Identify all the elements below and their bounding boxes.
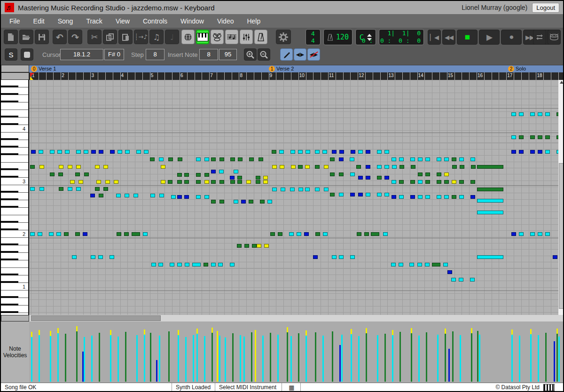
velocity-bar[interactable] bbox=[332, 331, 333, 382]
midi-note[interactable] bbox=[230, 263, 235, 267]
redo-button[interactable]: ↷ bbox=[68, 30, 82, 44]
midi-note[interactable] bbox=[204, 173, 209, 177]
midi-note[interactable] bbox=[177, 173, 182, 177]
velocity-bar[interactable] bbox=[545, 333, 547, 382]
midi-note[interactable] bbox=[298, 165, 303, 169]
grid-snap-cell[interactable]: ▦ bbox=[283, 383, 301, 392]
piano-key-white[interactable] bbox=[1, 102, 29, 110]
solo-button[interactable]: S bbox=[5, 48, 17, 61]
midi-note[interactable] bbox=[95, 165, 100, 169]
midi-note[interactable] bbox=[159, 194, 164, 197]
midi-note[interactable] bbox=[256, 176, 260, 180]
midi-note[interactable] bbox=[511, 150, 516, 154]
midi-note[interactable] bbox=[452, 195, 456, 199]
velocity-bar[interactable] bbox=[150, 333, 151, 382]
midi-note[interactable] bbox=[64, 232, 69, 236]
velocity-bar[interactable] bbox=[185, 337, 187, 382]
paste-button[interactable] bbox=[118, 30, 133, 44]
midi-note[interactable] bbox=[83, 232, 87, 236]
midi-note[interactable] bbox=[124, 232, 129, 236]
velocity-bar[interactable] bbox=[511, 334, 513, 382]
midi-note[interactable] bbox=[196, 173, 201, 177]
midi-note[interactable] bbox=[511, 232, 516, 236]
velocity-bar[interactable] bbox=[298, 333, 299, 382]
midi-note[interactable] bbox=[98, 255, 103, 259]
midi-note[interactable] bbox=[76, 187, 81, 191]
midi-note[interactable] bbox=[391, 263, 396, 267]
midi-note[interactable] bbox=[399, 263, 403, 267]
midi-note[interactable] bbox=[350, 193, 355, 196]
midi-note[interactable] bbox=[218, 263, 223, 267]
midi-note[interactable] bbox=[105, 180, 110, 184]
midi-note[interactable] bbox=[78, 180, 83, 184]
velocity-bar[interactable] bbox=[144, 334, 145, 382]
midi-note[interactable] bbox=[68, 187, 72, 191]
midi-note[interactable] bbox=[237, 244, 242, 248]
midi-note[interactable] bbox=[332, 255, 337, 259]
midi-note[interactable] bbox=[196, 157, 201, 161]
skip-to-start-button[interactable]: ▏◀ bbox=[428, 30, 441, 45]
midi-note[interactable] bbox=[125, 194, 129, 197]
midi-note[interactable] bbox=[538, 150, 542, 154]
velocity-bar[interactable] bbox=[290, 336, 292, 382]
midi-note[interactable] bbox=[444, 195, 449, 199]
midi-note[interactable] bbox=[96, 180, 101, 184]
midi-note[interactable] bbox=[323, 232, 328, 236]
velocity-bar[interactable] bbox=[251, 332, 252, 382]
midi-note[interactable] bbox=[290, 188, 295, 191]
midi-instrument-selector[interactable]: Select MIDI Instrument bbox=[216, 383, 282, 392]
velocity-bar[interactable] bbox=[339, 345, 341, 382]
midi-note[interactable] bbox=[211, 157, 216, 161]
midi-note[interactable] bbox=[538, 112, 542, 116]
velocity-bar[interactable] bbox=[243, 337, 245, 382]
midi-note[interactable] bbox=[538, 232, 542, 236]
midi-note[interactable] bbox=[30, 232, 35, 236]
midi-note[interactable] bbox=[258, 157, 263, 161]
timeline-ruler[interactable]: 123456789101112131415161718 bbox=[29, 72, 564, 80]
midi-note[interactable] bbox=[204, 195, 209, 199]
midi-note[interactable] bbox=[410, 180, 415, 184]
settings-button[interactable] bbox=[276, 30, 291, 44]
midi-note[interactable] bbox=[519, 112, 524, 116]
midi-note[interactable] bbox=[278, 232, 282, 236]
midi-note[interactable] bbox=[39, 187, 44, 191]
midi-note[interactable] bbox=[252, 244, 257, 248]
midi-note[interactable] bbox=[75, 232, 80, 236]
drum-pattern-button[interactable] bbox=[548, 30, 561, 45]
velocity-bar[interactable] bbox=[125, 332, 126, 382]
velocity-bar[interactable] bbox=[322, 336, 324, 382]
midi-note[interactable] bbox=[460, 165, 464, 169]
velocity-bar[interactable] bbox=[219, 336, 220, 382]
midi-note[interactable] bbox=[530, 135, 535, 139]
undo-button[interactable]: ↶ bbox=[53, 30, 67, 44]
midi-note[interactable] bbox=[425, 172, 430, 176]
velocity-bar[interactable] bbox=[57, 333, 59, 382]
midi-note[interactable] bbox=[477, 211, 503, 214]
midi-note[interactable] bbox=[56, 232, 61, 236]
midi-note[interactable] bbox=[358, 193, 363, 196]
midi-note[interactable] bbox=[315, 188, 320, 191]
metronome-view-button[interactable] bbox=[254, 30, 267, 44]
velocity-bar[interactable] bbox=[204, 336, 205, 382]
world-view-button[interactable] bbox=[181, 30, 195, 44]
midi-note[interactable] bbox=[117, 232, 121, 236]
midi-note[interactable] bbox=[171, 195, 176, 199]
midi-note[interactable] bbox=[49, 232, 54, 236]
midi-note[interactable] bbox=[377, 165, 382, 169]
midi-note[interactable] bbox=[99, 194, 103, 197]
midi-note[interactable] bbox=[68, 165, 72, 169]
midi-note[interactable] bbox=[150, 157, 155, 161]
midi-note[interactable] bbox=[39, 165, 44, 169]
midi-note[interactable] bbox=[392, 195, 396, 199]
midi-note[interactable] bbox=[170, 263, 174, 267]
midi-note[interactable] bbox=[57, 150, 62, 154]
midi-note[interactable] bbox=[418, 157, 423, 161]
midi-note[interactable] bbox=[399, 157, 404, 161]
midi-note[interactable] bbox=[136, 150, 141, 154]
marker-bar[interactable]: 0Verse 11Verse 22Solo bbox=[29, 65, 564, 72]
midi-note[interactable] bbox=[289, 232, 294, 236]
velocity-bar[interactable] bbox=[471, 333, 472, 382]
midi-note[interactable] bbox=[425, 157, 430, 161]
horizontal-scroll-thumb[interactable] bbox=[31, 315, 161, 321]
midi-note[interactable] bbox=[75, 172, 80, 176]
